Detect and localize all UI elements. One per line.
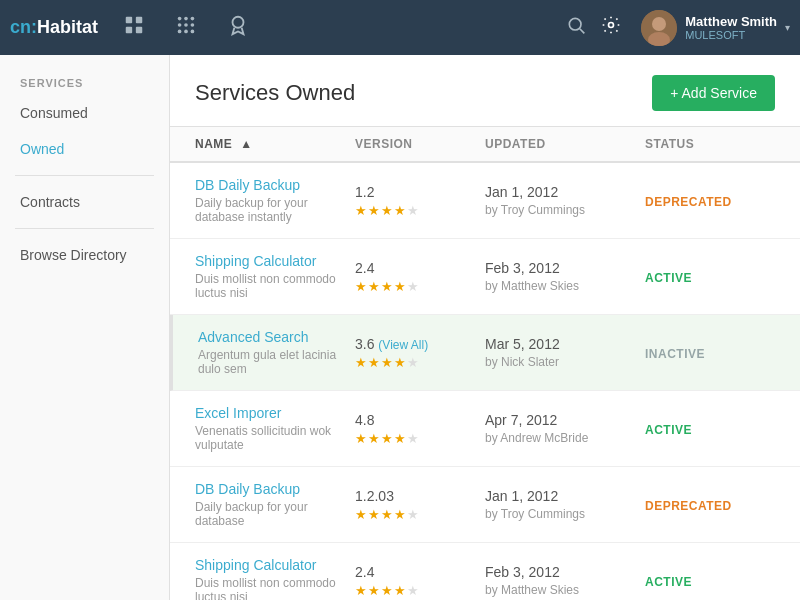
service-desc: Duis mollist non commodo luctus nisi — [195, 272, 355, 300]
star-icon: ★ — [368, 355, 380, 370]
col-header-status[interactable]: STATUS — [645, 137, 775, 151]
col-header-updated[interactable]: UPDATED — [485, 137, 645, 151]
svg-point-12 — [191, 30, 195, 34]
svg-point-8 — [184, 23, 188, 27]
svg-line-15 — [580, 29, 585, 34]
svg-rect-0 — [126, 17, 132, 23]
star-icon: ★ — [355, 203, 367, 218]
nav-right: Matthew Smith MULESOFT ▾ — [566, 10, 790, 46]
star-icon: ★ — [355, 431, 367, 446]
version-cell: 2.4 ★★★★★ — [355, 260, 485, 294]
version-link[interactable]: (View All) — [378, 338, 428, 352]
star-icon: ★ — [368, 431, 380, 446]
sidebar: SERVICES Consumed Owned Contracts Browse… — [0, 55, 170, 600]
top-nav: cn:Habitat Matthew Smith MULESOFT ▾ — [0, 0, 800, 55]
version-cell: 4.8 ★★★★★ — [355, 412, 485, 446]
service-name[interactable]: Shipping Calculator — [195, 253, 355, 269]
sidebar-item-browse-directory[interactable]: Browse Directory — [0, 237, 169, 273]
table-header: NAME ▲ VERSION UPDATED STATUS — [170, 127, 800, 163]
star-icon: ★ — [407, 279, 419, 294]
sidebar-divider-2 — [15, 228, 154, 229]
star-icon: ★ — [355, 583, 367, 598]
star-icon: ★ — [381, 507, 393, 522]
updated-by: by Nick Slater — [485, 355, 645, 369]
main-content: SERVICES Consumed Owned Contracts Browse… — [0, 55, 800, 600]
table-body: DB Daily Backup Daily backup for your da… — [170, 163, 800, 600]
updated-by: by Andrew McBride — [485, 431, 645, 445]
stars: ★★★★★ — [355, 507, 485, 522]
star-icon: ★ — [355, 507, 367, 522]
star-icon: ★ — [407, 431, 419, 446]
star-icon: ★ — [368, 507, 380, 522]
settings-icon[interactable] — [601, 15, 621, 40]
service-name[interactable]: DB Daily Backup — [195, 481, 355, 497]
status-badge: ACTIVE — [645, 575, 692, 589]
star-icon: ★ — [407, 203, 419, 218]
star-icon: ★ — [394, 279, 406, 294]
content-header: Services Owned + Add Service — [170, 55, 800, 127]
star-icon: ★ — [368, 279, 380, 294]
star-icon: ★ — [394, 355, 406, 370]
star-icon: ★ — [381, 203, 393, 218]
updated-date: Feb 3, 2012 — [485, 564, 645, 580]
star-icon: ★ — [394, 507, 406, 522]
svg-point-5 — [184, 17, 188, 21]
service-info: Shipping Calculator Duis mollist non com… — [195, 557, 355, 600]
svg-point-14 — [570, 18, 582, 30]
updated-cell: Mar 5, 2012 by Nick Slater — [485, 336, 645, 369]
updated-date: Apr 7, 2012 — [485, 412, 645, 428]
updated-date: Jan 1, 2012 — [485, 488, 645, 504]
updated-cell: Jan 1, 2012 by Troy Cummings — [485, 488, 645, 521]
service-info: DB Daily Backup Daily backup for your da… — [195, 481, 355, 528]
version-number: 1.2 — [355, 184, 485, 200]
status-badge: INACTIVE — [645, 347, 705, 361]
sidebar-section-label: SERVICES — [0, 65, 169, 95]
user-name: Matthew Smith — [685, 14, 777, 29]
sidebar-divider — [15, 175, 154, 176]
sidebar-item-owned[interactable]: Owned — [0, 131, 169, 167]
updated-cell: Jan 1, 2012 by Troy Cummings — [485, 184, 645, 217]
service-name[interactable]: DB Daily Backup — [195, 177, 355, 193]
table-row: DB Daily Backup Daily backup for your da… — [170, 467, 800, 543]
status-cell: DEPRECATED — [645, 496, 775, 514]
stars: ★★★★★ — [355, 203, 485, 218]
star-icon: ★ — [394, 431, 406, 446]
apps-icon[interactable] — [170, 9, 202, 46]
version-cell: 3.6 (View All) ★★★★★ — [355, 336, 485, 370]
star-icon: ★ — [381, 583, 393, 598]
updated-by: by Troy Cummings — [485, 203, 645, 217]
svg-point-4 — [178, 17, 182, 21]
star-icon: ★ — [368, 203, 380, 218]
stars: ★★★★★ — [355, 583, 485, 598]
sidebar-item-contracts[interactable]: Contracts — [0, 184, 169, 220]
service-info: Advanced Search Argentum gula elet lacin… — [198, 329, 355, 376]
page-title: Services Owned — [195, 80, 355, 106]
col-header-name[interactable]: NAME ▲ — [195, 137, 355, 151]
star-icon: ★ — [381, 355, 393, 370]
updated-date: Jan 1, 2012 — [485, 184, 645, 200]
service-name[interactable]: Shipping Calculator — [195, 557, 355, 573]
service-info: Excel Imporer Venenatis sollicitudin wok… — [195, 405, 355, 452]
user-menu[interactable]: Matthew Smith MULESOFT ▾ — [641, 10, 790, 46]
svg-point-11 — [184, 30, 188, 34]
status-badge: ACTIVE — [645, 271, 692, 285]
service-name[interactable]: Excel Imporer — [195, 405, 355, 421]
sidebar-item-consumed[interactable]: Consumed — [0, 95, 169, 131]
svg-point-10 — [178, 30, 182, 34]
search-icon[interactable] — [566, 15, 586, 40]
app-logo[interactable]: cn:Habitat — [10, 17, 98, 38]
version-number: 4.8 — [355, 412, 485, 428]
award-icon[interactable] — [222, 9, 254, 46]
service-desc: Venenatis sollicitudin wok vulputate — [195, 424, 355, 452]
grid-icon[interactable] — [118, 9, 150, 46]
star-icon: ★ — [407, 583, 419, 598]
user-org: MULESOFT — [685, 29, 777, 41]
status-cell: ACTIVE — [645, 572, 775, 590]
col-header-version[interactable]: VERSION — [355, 137, 485, 151]
logo-prefix: cn: — [10, 17, 37, 37]
updated-by: by Matthew Skies — [485, 279, 645, 293]
add-service-button[interactable]: + Add Service — [652, 75, 775, 111]
service-name[interactable]: Advanced Search — [198, 329, 355, 345]
status-cell: INACTIVE — [645, 344, 775, 362]
svg-rect-3 — [136, 27, 142, 33]
